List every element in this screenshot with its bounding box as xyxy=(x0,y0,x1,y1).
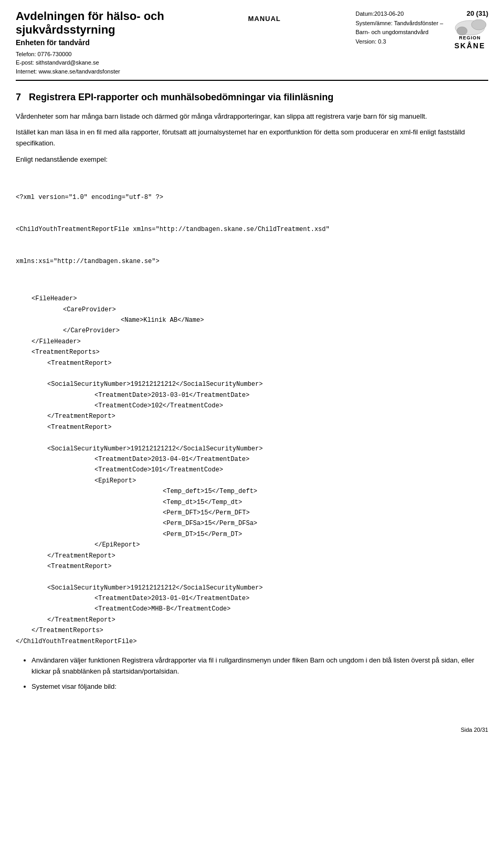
section-heading: Registrera EPI-rapporter och munhälsobed… xyxy=(29,92,333,102)
main-content: 7 Registrera EPI-rapporter och munhälsob… xyxy=(0,81,504,711)
page: Avdelningen för hälso- och sjukvårdsstyr… xyxy=(0,0,504,851)
internet: Internet: www.skane.se/tandvardsfonster xyxy=(16,67,173,76)
system: System/ämne: Tandvårdsfönster – xyxy=(355,19,443,28)
code-line-fileheader-open: <FileHeader> xyxy=(16,293,488,304)
header-meta: Datum:2013-06-20 System/ämne: Tandvårdsf… xyxy=(355,9,443,46)
code-line-treatmentreport1-close: </TreatmentReport> xyxy=(16,411,488,422)
code-line-treatmentreport1-open: <TreatmentReport> xyxy=(16,358,488,369)
org-title: Avdelningen för hälso- och sjukvårdsstyr… xyxy=(16,9,173,37)
logo-text: SKÅNE xyxy=(454,41,485,50)
code-line-treatmentreports-close: </TreatmentReports> xyxy=(16,625,488,636)
manual-label: MANUAL xyxy=(173,15,355,23)
logo: REGION SKÅNE xyxy=(452,19,488,50)
header-right: Datum:2013-06-20 System/ämne: Tandvårdsf… xyxy=(355,9,488,50)
header-left: Avdelningen för hälso- och sjukvårdsstyr… xyxy=(16,9,173,76)
xml-decl: <?xml version="1.0" encoding="utf-8" ?> xyxy=(16,192,488,203)
code-line-temp-dt: <Temp_dt>15</Temp_dt> xyxy=(16,497,488,508)
contact-info: Telefon: 0776-730000 E-post: sithstandva… xyxy=(16,50,173,76)
footer: Sida 20/31 xyxy=(0,727,504,738)
code-line-perm-dfsa: <Perm_DFSa>15</Perm_DFSa> xyxy=(16,518,488,529)
example-label: Enligt nedanstående exempel: xyxy=(16,154,488,165)
code-line-date1: <TreatmentDate>2013-03-01</TreatmentDate… xyxy=(16,390,488,401)
header-center: MANUAL xyxy=(173,9,355,23)
code-line-blank1 xyxy=(16,369,488,379)
bullet-item-1: Användaren väljer funktionen Registrera … xyxy=(32,655,488,677)
code-line-date3: <TreatmentDate>2013-01-01</TreatmentDate… xyxy=(16,593,488,604)
code-line-temp-deft: <Temp_deft>15</Temp_deft> xyxy=(16,486,488,497)
page-number: 20 (31) xyxy=(467,9,488,17)
code-line-careprovider-open: <CareProvider> xyxy=(16,304,488,315)
code-line-ssn1: <SocialSecurityNumber>191212121212</Soci… xyxy=(16,379,488,390)
subsystem: Barn- och ungdomstandvård xyxy=(355,28,443,37)
svg-point-2 xyxy=(457,27,467,35)
code-line-perm-dt: <Perm_DT>15</Perm_DT> xyxy=(16,529,488,540)
intro-p2: Istället kan man läsa in en fil med alla… xyxy=(16,127,488,149)
code-line-blank3 xyxy=(16,572,488,582)
svg-point-1 xyxy=(471,19,486,30)
code-line-root-close: </ChildYouthTreatmentReportFile> xyxy=(16,636,488,647)
code-line-treatmentreports-open: <TreatmentReports> xyxy=(16,347,488,358)
code-line-code1: <TreatmentCode>102</TreatmentCode> xyxy=(16,401,488,411)
section-title: 7 Registrera EPI-rapporter och munhälsob… xyxy=(16,91,488,103)
header: Avdelningen för hälso- och sjukvårdsstyr… xyxy=(0,0,504,80)
code-line-ssn3: <SocialSecurityNumber>191212121212</Soci… xyxy=(16,583,488,593)
code-line-date2: <TreatmentDate>2013-04-01</TreatmentDate… xyxy=(16,454,488,465)
xml-line3: xmlns:xsi="http://tandbagen.skane.se"> xyxy=(16,256,488,267)
code-line-treatmentreport2-close: </TreatmentReport> xyxy=(16,551,488,561)
code-line-treatmentreport2-open: <TreatmentReport> xyxy=(16,422,488,433)
code-line-ssn2: <SocialSecurityNumber>191212121212</Soci… xyxy=(16,444,488,454)
date: Datum:2013-06-20 xyxy=(355,9,443,19)
code-line-treatmentreport3-open: <TreatmentReport> xyxy=(16,561,488,572)
email: E-post: sithstandvard@skane.se xyxy=(16,58,173,67)
code-line-code3: <TreatmentCode>MHB-B</TreatmentCode> xyxy=(16,604,488,614)
intro-p1: Vårdenheter som har många barn listade o… xyxy=(16,111,488,122)
unit-name: Enheten för tandvård xyxy=(16,38,173,47)
svg-text:REGION: REGION xyxy=(459,35,481,40)
footer-page: Sida 20/31 xyxy=(460,727,488,733)
code-block: <?xml version="1.0" encoding="utf-8" ?> … xyxy=(16,171,488,288)
code-line-epireport-close: </EpiReport> xyxy=(16,540,488,550)
xml-line2: <ChildYouthTreatmentReportFile xmlns="ht… xyxy=(16,224,488,235)
code-line-name: <Name>Klinik AB</Name> xyxy=(16,315,488,325)
code-line-careprovider-close: </CareProvider> xyxy=(16,325,488,336)
code-line-code2: <TreatmentCode>101</TreatmentCode> xyxy=(16,465,488,475)
section-number: 7 xyxy=(16,92,21,102)
code-lines-container: <FileHeader> <CareProvider> <Name>Klinik… xyxy=(16,293,488,647)
phone: Telefon: 0776-730000 xyxy=(16,50,173,59)
bullet-list: Användaren väljer funktionen Registrera … xyxy=(32,655,488,692)
code-line-epireport-open: <EpiReport> xyxy=(16,476,488,486)
code-line-blank2 xyxy=(16,433,488,443)
code-line-fileheader-close: </FileHeader> xyxy=(16,337,488,347)
bullet-item-2: Systemet visar följande bild: xyxy=(32,681,488,692)
logo-icon: REGION xyxy=(452,19,488,41)
version: Version: 0.3 xyxy=(355,37,443,47)
code-line-perm-dft: <Perm_DFT>15</Perm_DFT> xyxy=(16,508,488,518)
code-line-treatmentreport3-close: </TreatmentReport> xyxy=(16,615,488,625)
